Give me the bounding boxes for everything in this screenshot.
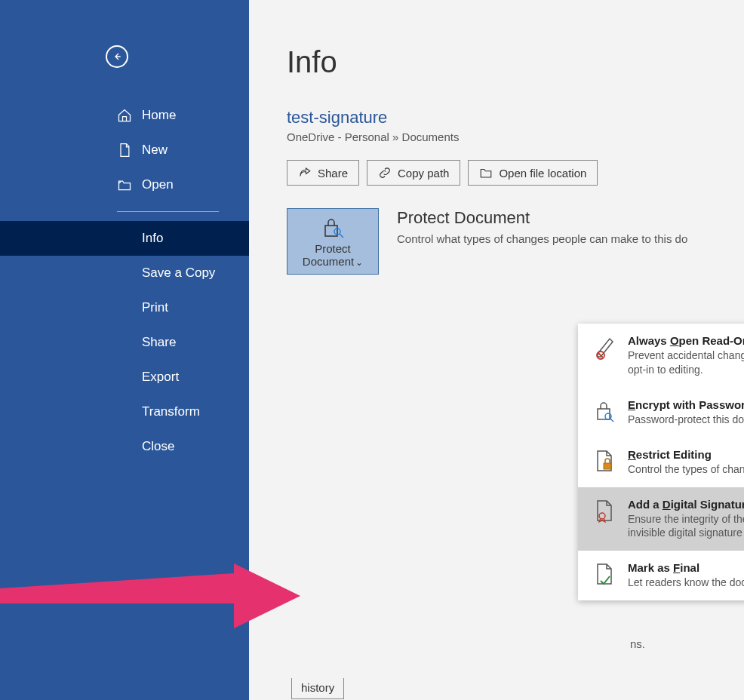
bg-text: ns. (630, 637, 645, 650)
dd-desc: Ensure the integrity of the document by … (628, 512, 744, 541)
protect-document-dropdown: Always Open Read-Only Prevent accidental… (578, 324, 744, 600)
history-label: history (301, 681, 334, 694)
dd-restrict-editing[interactable]: Restrict Editing Control the types of ch… (578, 438, 744, 487)
breadcrumb[interactable]: OneDrive - Personal » Documents (287, 130, 744, 143)
dd-encrypt-password[interactable]: Encrypt with Password Password-protect t… (578, 388, 744, 438)
dd-desc: Prevent accidental changes by asking rea… (628, 348, 744, 377)
doc-lock-orange-icon (592, 448, 617, 474)
file-actions: Share Copy path Open file location (287, 160, 744, 186)
folder-icon (117, 177, 132, 192)
share-label: Share (318, 167, 348, 180)
share-icon (298, 166, 312, 180)
dd-title: Encrypt with Password (628, 398, 744, 411)
open-location-button[interactable]: Open file location (468, 160, 598, 186)
lock-key-icon (319, 216, 346, 239)
protect-section: Protect Document⌄ Protect Document Contr… (287, 208, 744, 275)
nav-label: Print (142, 300, 168, 315)
dd-desc: Password-protect this document (628, 413, 744, 427)
dd-digital-signature[interactable]: Add a Digital Signature Ensure the integ… (578, 487, 744, 551)
dd-title: Restrict Editing (628, 448, 744, 461)
svg-rect-5 (604, 463, 611, 469)
dd-desc: Let readers know the document is final. (628, 576, 744, 590)
svg-point-4 (605, 413, 611, 419)
separator (117, 211, 219, 212)
dd-title: Add a Digital Signature (628, 498, 744, 511)
home-icon (117, 108, 132, 123)
nav-home[interactable]: Home (0, 98, 249, 133)
nav-label: Save a Copy (142, 266, 215, 281)
nav-new[interactable]: New (0, 133, 249, 167)
protect-heading: Protect Document (397, 208, 687, 228)
dd-open-read-only[interactable]: Always Open Read-Only Prevent accidental… (578, 324, 744, 388)
nav-open[interactable]: Open (0, 167, 249, 202)
chevron-down-icon: ⌄ (355, 257, 363, 268)
nav-label: Home (142, 108, 176, 123)
nav-share[interactable]: Share (0, 325, 249, 360)
svg-point-6 (599, 513, 605, 519)
nav-print[interactable]: Print (0, 290, 249, 325)
backstage-sidebar: Home New Open Info Save a Copy Print Sha… (0, 0, 249, 700)
nav-close[interactable]: Close (0, 429, 249, 464)
document-icon (117, 143, 132, 158)
nav-label: Export (142, 370, 179, 385)
protect-subtext: Control what types of changes people can… (397, 232, 687, 245)
history-button-cut[interactable]: history (291, 678, 344, 699)
pencil-no-icon (592, 334, 617, 360)
nav-label: Share (142, 335, 176, 350)
content-area: Info test-signature OneDrive - Personal … (249, 0, 744, 700)
lock-key-icon (592, 398, 617, 424)
nav-label: Info (142, 231, 163, 246)
page-title: Info (287, 45, 744, 79)
doc-check-icon (592, 561, 617, 587)
nav-label: Transform (142, 404, 200, 419)
copy-path-label: Copy path (398, 167, 449, 180)
nav-label: Close (142, 439, 174, 454)
open-location-label: Open file location (499, 167, 586, 180)
back-button[interactable] (106, 45, 128, 68)
share-button[interactable]: Share (287, 160, 359, 186)
nav-export[interactable]: Export (0, 360, 249, 395)
nav-list: Home New Open Info Save a Copy Print Sha… (0, 98, 249, 464)
document-name[interactable]: test-signature (287, 108, 744, 127)
protect-text: Protect Document Control what types of c… (397, 208, 687, 245)
protect-document-button[interactable]: Protect Document⌄ (287, 208, 379, 275)
copy-path-button[interactable]: Copy path (367, 160, 460, 186)
dd-desc: Control the types of changes others can … (628, 462, 744, 477)
folder-icon (479, 166, 493, 180)
nav-label: New (142, 143, 168, 158)
doc-ribbon-icon (592, 498, 617, 523)
nav-save-copy[interactable]: Save a Copy (0, 256, 249, 290)
dd-mark-final[interactable]: Mark as Final Let readers know the docum… (578, 551, 744, 600)
svg-rect-3 (598, 409, 610, 419)
nav-transform[interactable]: Transform (0, 395, 249, 429)
link-icon (378, 166, 392, 180)
protect-btn-line1: Protect (315, 242, 351, 255)
dd-title: Mark as Final (628, 561, 744, 574)
nav-label: Open (142, 177, 174, 192)
dd-title: Always Open Read-Only (628, 334, 744, 347)
nav-info[interactable]: Info (0, 221, 249, 256)
protect-btn-line2: Document (303, 255, 354, 268)
